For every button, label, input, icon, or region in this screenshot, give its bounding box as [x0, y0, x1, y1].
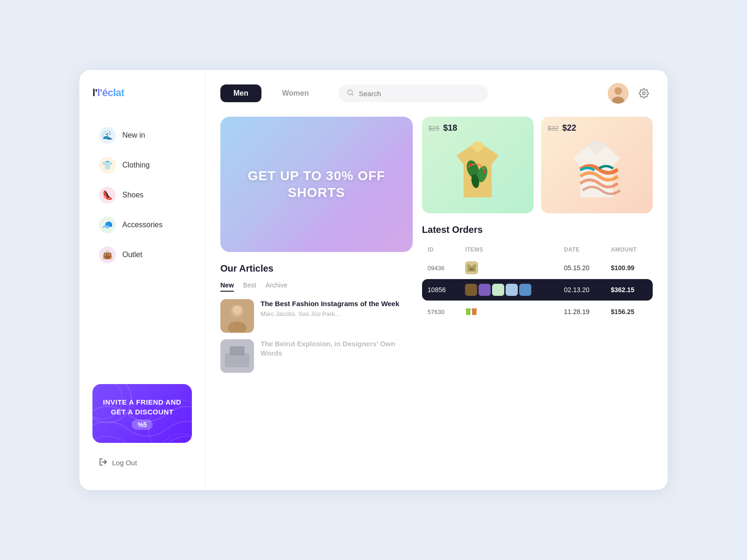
order-id: 09436 [428, 265, 444, 272]
order-amount: $362.15 [611, 286, 634, 294]
nav-icon: 👠 [99, 187, 116, 203]
product-card[interactable]: $25 $18 [422, 117, 534, 213]
item-icons [465, 261, 553, 274]
orders-table: ID ITEMS DATE AMOUNT 09436 [422, 243, 653, 323]
svg-point-8 [642, 92, 645, 95]
col-date: DATE [558, 243, 605, 257]
article-thumb [220, 339, 254, 373]
svg-point-12 [233, 306, 242, 315]
sidebar-item-accessories[interactable]: 🧢 Accessories [92, 212, 192, 238]
article-item: The Best Fashion Instagrams of the Week … [220, 299, 413, 333]
tab-new[interactable]: New [220, 281, 234, 292]
price-row: $32 $22 [548, 123, 646, 133]
promo-card[interactable]: INVITE A FRIEND AND GET A DISCOUNT %5 [92, 384, 192, 443]
product-image [548, 137, 646, 207]
product-card[interactable]: $32 $22 [541, 117, 653, 213]
item-icons [465, 284, 553, 296]
price-row: $25 $18 [429, 123, 527, 133]
sidebar-item-new-in[interactable]: 🌊 New in [92, 122, 192, 148]
article-title: The Best Fashion Instagrams of the Week [261, 299, 413, 308]
logo: l'l'éclat [92, 87, 192, 99]
hero-text: GET UP TO 30% OFF SHORTS [220, 168, 413, 202]
nav-icon: 👕 [99, 157, 116, 174]
article-title: The Beirut Explosion, in Designers' Own … [261, 339, 413, 357]
product-image [429, 137, 527, 207]
articles-tabs: New Best Archive [220, 281, 413, 292]
article-subtitle: Marc Jacobs, Soo Joo Park... [261, 310, 413, 317]
svg-point-1 [157, 434, 192, 443]
sidebar-item-clothing[interactable]: 👕 Clothing [92, 152, 192, 178]
svg-point-20 [483, 170, 486, 173]
logout-label: Log Out [112, 459, 137, 467]
articles-title: Our Articles [220, 263, 413, 274]
promo-badge: %5 [132, 420, 152, 430]
item-icons [465, 305, 553, 318]
svg-point-21 [469, 268, 474, 271]
article-content: The Beirut Explosion, in Designers' Own … [261, 339, 413, 359]
nav-label: Accessories [122, 221, 162, 229]
nav-label: New in [122, 131, 145, 140]
left-column: GET UP TO 30% OFF SHORTS Our Articles Ne… [220, 117, 413, 477]
order-date: 05.15.20 [558, 257, 605, 279]
tab-best[interactable]: Best [243, 281, 256, 292]
col-amount: AMOUNT [605, 243, 653, 257]
hero-banner: GET UP TO 30% OFF SHORTS [220, 117, 413, 252]
articles-section: Our Articles New Best Archive [220, 263, 413, 379]
search-icon [347, 89, 354, 98]
avatar[interactable] [608, 83, 628, 104]
nav-icon: 👜 [99, 246, 116, 263]
item-thumb [465, 284, 477, 296]
products-row: $25 $18 [422, 117, 653, 213]
article-item: The Beirut Explosion, in Designers' Own … [220, 339, 413, 373]
article-content: The Best Fashion Instagrams of the Week … [261, 299, 413, 317]
price-old: $25 [429, 125, 439, 132]
order-date: 11.28.19 [558, 301, 605, 323]
right-column: $25 $18 [422, 117, 653, 477]
promo-text: INVITE A FRIEND AND GET A DISCOUNT [102, 397, 183, 417]
svg-point-6 [614, 87, 622, 95]
sidebar: l'l'éclat 🌊 New in 👕 Clothing 👠 Shoes 🧢 … [79, 70, 205, 490]
logout-button[interactable]: Log Out [92, 452, 192, 473]
col-id: ID [422, 243, 459, 257]
order-amount: $100.99 [611, 264, 634, 272]
logout-icon [99, 458, 107, 468]
item-thumb [506, 284, 518, 296]
nav-icon: 🧢 [99, 217, 116, 233]
order-id: 10856 [428, 286, 446, 294]
header: Men Women [220, 83, 653, 104]
tab-archive[interactable]: Archive [266, 281, 288, 292]
main-content: Men Women [205, 70, 668, 490]
table-row[interactable]: 10856 0 [422, 279, 653, 301]
table-row[interactable]: 09436 [422, 257, 653, 279]
table-row[interactable]: 57630 [422, 301, 653, 323]
sidebar-item-shoes[interactable]: 👠 Shoes [92, 182, 192, 208]
tab-women[interactable]: Women [269, 84, 322, 102]
app-card: l'l'éclat 🌊 New in 👕 Clothing 👠 Shoes 🧢 … [79, 70, 668, 490]
price-old: $32 [548, 125, 558, 132]
nav-label: Shoes [122, 191, 143, 199]
order-date: 02.13.20 [558, 279, 605, 301]
nav-items: 🌊 New in 👕 Clothing 👠 Shoes 🧢 Accessorie… [92, 122, 192, 375]
search-input[interactable] [359, 90, 479, 98]
orders-title: Latest Orders [422, 224, 653, 235]
tab-men[interactable]: Men [220, 84, 261, 102]
svg-point-19 [469, 163, 472, 166]
item-thumb [519, 284, 531, 296]
settings-icon[interactable] [635, 84, 653, 102]
article-thumb [220, 299, 254, 333]
nav-label: Outlet [122, 251, 142, 259]
item-thumb [492, 284, 504, 296]
svg-line-4 [352, 94, 353, 95]
orders-section: Latest Orders ID ITEMS DATE AMOUNT [422, 224, 653, 323]
order-amount: $156.25 [611, 308, 634, 315]
price-new: $22 [562, 123, 576, 133]
search-bar [338, 84, 488, 102]
item-thumb [465, 305, 478, 318]
sidebar-item-outlet[interactable]: 👜 Outlet [92, 242, 192, 268]
col-items: ITEMS [459, 243, 558, 257]
item-thumb [465, 261, 478, 274]
item-thumb [479, 284, 491, 296]
order-id: 57630 [428, 308, 444, 315]
svg-rect-15 [230, 346, 245, 356]
nav-icon: 🌊 [99, 127, 116, 144]
